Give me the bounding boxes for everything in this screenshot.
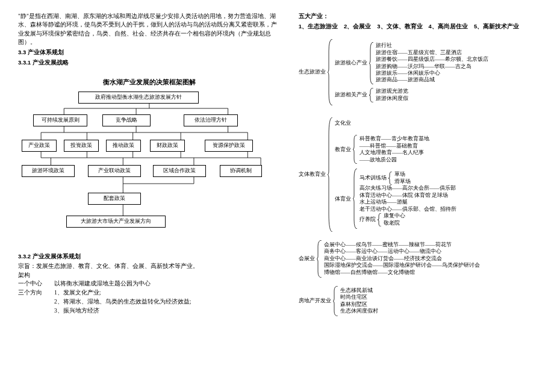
tree1-related-label: 旅游相关产业 — [335, 92, 367, 98]
tree2-c4: 老干活动中心——俱乐部、会馆、招待所 — [359, 206, 536, 213]
node-region-policy: 区域合作政策 — [153, 165, 206, 177]
brace-icon — [369, 42, 373, 84]
purpose-text: 宗旨：发展生态旅游、教育、文化、体育、会展、高新技术等产业。 架构 一个中心 以… — [18, 262, 281, 315]
right-column: 五大产业： 1、生态旅游业 2、会展业 3、文体、教育业 4、高尚居住业 5、高… — [299, 12, 536, 325]
node-law: 依法治理方针 — [184, 114, 238, 126]
brace-icon — [388, 172, 392, 185]
tree2-liao-label: 疗养院 — [359, 216, 376, 223]
node-push-policy: 推动政策 — [106, 140, 141, 152]
decision-flowchart: 政府推动型衡水湖生态旅游发展方针 可持续发展原则 竞争战略 依法治理方针 产业政… — [18, 90, 281, 247]
brace-icon — [378, 213, 381, 226]
tree3-5: 博物馆——自然博物馆——文化博物馆 — [324, 269, 536, 276]
brace-icon — [317, 240, 322, 278]
tree2-c1: 高尔夫练习场——高尔夫会所——俱乐部 — [359, 185, 536, 191]
tree1-a6: 旅游商品——旅游商品城 — [376, 76, 536, 83]
line-three-1: 三个方向 1、发展文化产业; — [18, 288, 281, 297]
tree2-culture: 文化业 — [335, 120, 536, 126]
tree3-4: 国际湿地保护交流会——国际湿地保护研讨会——鸟类保护研讨会 — [324, 262, 536, 269]
tree4-3: 森林别墅区 — [340, 301, 536, 308]
node-invest-policy: 投资政策 — [64, 140, 99, 152]
tree4-1: 生态移民新城 — [340, 287, 536, 294]
brace-icon — [369, 88, 373, 102]
tree1-b1: 旅游观光游览 — [376, 88, 536, 95]
tree-culture-sports-edu: 文体教育业 文化业 教育业 科普教育——青少年教育基地 ——科普馆——基础教育 … — [299, 117, 536, 232]
brace-icon — [353, 135, 357, 164]
tree2-root: 文体教育业 — [299, 170, 326, 178]
node-top: 政府推动型衡水湖生态旅游发展方针 — [78, 92, 199, 104]
node-support-policy: 配套政策 — [88, 193, 141, 205]
brace-icon — [328, 117, 332, 232]
intro-paragraph: "静"是指在西湖、南湖、原东湖的水域和周边岸线尽量少安排人类活动的用地，努力营造… — [18, 12, 281, 46]
line-three-3: 3、振兴地方经济 — [18, 306, 281, 316]
tree4-root: 房地产开发业 — [299, 297, 331, 305]
tree1-a1: 旅行社 — [376, 42, 536, 49]
tree2-b1: 科普教育——青少年教育基地 — [359, 135, 536, 142]
right-heading-2: 1、生态旅游业 2、会展业 3、文体、教育业 4、高尚居住业 5、高新技术产业 — [299, 22, 536, 31]
tree1-b2: 旅游休闲度假 — [376, 95, 536, 102]
tree-expo: 会展业 会展中心——候鸟节——蜜桃节——辣椒节——荷花节 商务中心——客运中心—… — [299, 240, 536, 278]
line-purpose: 宗旨：发展生态旅游、教育、文化、体育、会展、高新技术等产业。 — [18, 262, 281, 271]
node-industry-policy: 产业政策 — [22, 140, 57, 152]
node-resource-policy: 资源保护政策 — [205, 140, 253, 152]
heading-3-3: 3.3 产业体系规划 — [18, 49, 281, 57]
tree2-edu-label: 教育业 — [335, 146, 351, 153]
tree2-c2: 体育活动中心——体院 体育馆 足球场 — [359, 192, 536, 199]
tree3-2: 商务中心——客运中心——运动中心——物流中心 — [324, 248, 536, 255]
tree2-liao-2: 敬老院 — [384, 220, 536, 226]
node-compete: 竞争战略 — [102, 114, 151, 126]
left-column: "静"是指在西湖、南湖、原东湖的水域和周边岸线尽量少安排人类活动的用地，努力营造… — [18, 12, 281, 325]
tree1-a5: 旅游娱乐——休闲娱乐中心 — [376, 70, 536, 76]
tree2-horse-1: 草场 — [394, 171, 536, 178]
node-big-tourism: 大旅游大市场大产业发展方向 — [66, 216, 166, 228]
line-arch: 架构 — [18, 271, 281, 280]
tree1-root: 生态旅游业 — [299, 68, 326, 76]
node-fiscal-policy: 财政政策 — [150, 140, 185, 152]
tree3-1: 会展中心——候鸟节——蜜桃节——辣椒节——荷花节 — [324, 241, 536, 248]
tree3-root: 会展业 — [299, 255, 315, 263]
brace-icon — [353, 169, 357, 229]
tree2-b4: ——故地质公园 — [359, 157, 536, 163]
tree1-a4: 旅游购物——沃尔玛——华联——吉之岛 — [376, 63, 536, 70]
tree-eco-tourism: 生态旅游业 旅游核心产业 旅行社 旅游住宿——五星级宾馆、三星酒店 旅游餐饮——… — [299, 39, 536, 105]
tree3-3: 商业中心——商业洽谈订货会——经济技术交流会 — [324, 255, 536, 262]
node-coord: 协调机制 — [220, 165, 262, 177]
tree2-b2: ——科普馆——基础教育 — [359, 143, 536, 149]
brace-icon — [333, 286, 338, 316]
tree2-horse-label: 马术训练场 — [359, 175, 387, 181]
node-linkage-policy: 产业联动政策 — [88, 165, 141, 177]
node-env-policy: 旅游环境政策 — [22, 165, 75, 177]
right-heading-1: 五大产业： — [299, 12, 536, 20]
line-center: 一个中心 以将衡水湖建成湿地主题公园为中心 — [18, 279, 281, 288]
line-three-2: 2、将湖水、湿地、鸟类的生态效益转化为经济效益; — [18, 297, 281, 306]
tree1-core-label: 旅游核心产业 — [335, 60, 367, 66]
tree2-liao-1: 康复中心 — [384, 213, 536, 219]
tree2-c3: 水上运动场——游艇 — [359, 199, 536, 205]
node-sustainable: 可持续发展原则 — [33, 114, 87, 126]
brace-icon — [328, 39, 332, 105]
tree4-2: 时尚住宅区 — [340, 294, 536, 300]
tree1-a2: 旅游住宿——五星级宾馆、三星酒店 — [376, 49, 536, 56]
tree2-horse-2: 滑草场 — [394, 178, 536, 185]
tree2-b3: 人文地理教育——名人纪事 — [359, 149, 536, 156]
tree1-a3: 旅游餐饮——四星级饭店——希尔顿、北京饭店 — [376, 56, 536, 63]
tree-real-estate: 房地产开发业 生态移民新城 时尚住宅区 森林别墅区 生态休闲度假村 — [299, 286, 536, 316]
diagram-title: 衡水湖产业发展的决策框架图解 — [18, 78, 281, 87]
tree2-sports-label: 体育业 — [335, 196, 351, 202]
heading-3-3-2: 3.3.2 产业发展体系规划 — [18, 253, 281, 261]
heading-3-3-1: 3.3.1 产业发展战略 — [18, 59, 281, 67]
tree4-4: 生态休闲度假村 — [340, 308, 536, 314]
